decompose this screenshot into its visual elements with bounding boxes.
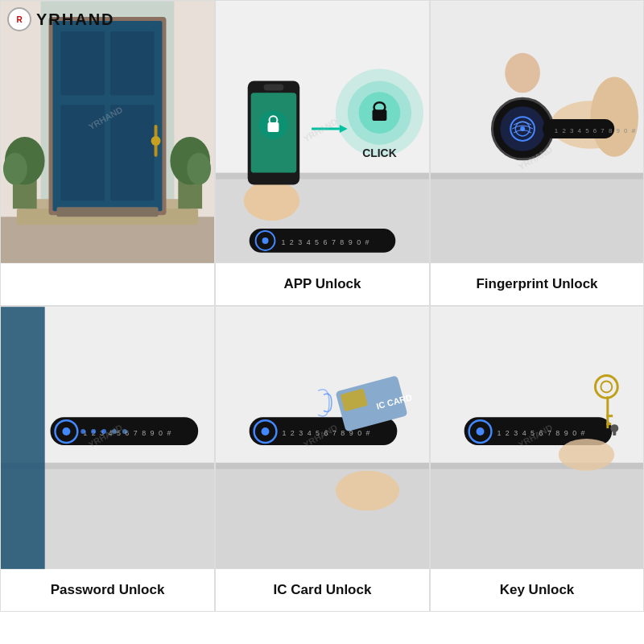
fingerprint-unlock-text: Fingerprint Unlock [476, 276, 597, 292]
svg-text:1 2 3 4 5 6 7 8 9 0 #: 1 2 3 4 5 6 7 8 9 0 # [555, 127, 637, 134]
svg-point-80 [336, 471, 399, 511]
svg-rect-20 [56, 207, 158, 217]
svg-point-78 [262, 427, 270, 436]
svg-point-25 [244, 181, 299, 221]
brand-name: YRHAND [36, 10, 115, 29]
svg-rect-98 [606, 423, 611, 425]
app-unlock-label: APP Unlock [216, 263, 429, 305]
svg-rect-86 [431, 467, 643, 569]
ic-card-unlock-text: IC Card Unlock [274, 582, 372, 598]
svg-point-48 [590, 77, 638, 157]
svg-point-41 [262, 237, 269, 244]
key-unlock-scene: 1 2 3 4 5 6 7 8 9 0 # YRHAND [431, 307, 643, 569]
fingerprint-unlock-cell: 1 2 3 4 5 6 7 8 9 0 # YRHAND Fingerprint… [430, 0, 644, 306]
svg-rect-8 [60, 31, 105, 95]
app-unlock-scene: CLICK 1 2 3 4 5 6 7 8 9 0 # YRHAND [216, 1, 429, 263]
ic-card-unlock-scene: 1 2 3 4 5 6 7 8 9 0 # IC CARD YRHAND [216, 307, 429, 569]
svg-rect-87 [431, 463, 643, 469]
svg-point-99 [559, 439, 614, 471]
svg-rect-75 [216, 463, 429, 469]
logo-circle: R [7, 7, 31, 31]
svg-point-13 [151, 136, 161, 146]
password-unlock-cell: 1 2 3 4 5 6 7 8 9 0 # YRHAND Password Un… [0, 306, 215, 612]
fingerprint-unlock-label: Fingerprint Unlock [431, 263, 643, 305]
app-unlock-text: APP Unlock [283, 276, 361, 292]
door-scene: YRHAND [1, 1, 214, 263]
svg-point-90 [477, 427, 485, 436]
key-unlock-label: Key Unlock [431, 569, 643, 611]
password-unlock-text: Password Unlock [51, 582, 165, 598]
app-unlock-cell: CLICK 1 2 3 4 5 6 7 8 9 0 # YRHAND APP U… [215, 0, 430, 306]
svg-rect-46 [431, 173, 643, 180]
svg-rect-74 [216, 467, 429, 569]
ic-card-unlock-label: IC Card Unlock [216, 569, 429, 611]
svg-rect-9 [110, 31, 155, 95]
svg-rect-97 [606, 415, 613, 417]
svg-point-65 [62, 427, 70, 436]
svg-text:CLICK: CLICK [362, 147, 396, 159]
password-unlock-scene: 1 2 3 4 5 6 7 8 9 0 # YRHAND [1, 307, 214, 569]
svg-rect-93 [613, 429, 616, 436]
door-scene-cell: YRHAND R YRHAND [0, 0, 215, 306]
key-unlock-cell: 1 2 3 4 5 6 7 8 9 0 # YRHAND Key Unlock [430, 306, 644, 612]
svg-point-68 [91, 429, 96, 434]
svg-rect-28 [264, 84, 284, 90]
svg-rect-62 [1, 307, 45, 569]
ic-card-unlock-cell: 1 2 3 4 5 6 7 8 9 0 # IC CARD YRHAND IC … [215, 306, 430, 612]
svg-point-49 [505, 53, 540, 93]
svg-point-16 [3, 153, 27, 185]
svg-rect-11 [110, 105, 155, 200]
fingerprint-unlock-scene: 1 2 3 4 5 6 7 8 9 0 # YRHAND [431, 1, 643, 263]
svg-text:1 2 3 4 5 6 7 8 9 0 #: 1 2 3 4 5 6 7 8 9 0 # [281, 238, 370, 246]
password-unlock-label: Password Unlock [1, 569, 214, 611]
key-unlock-text: Key Unlock [500, 582, 575, 598]
svg-rect-45 [431, 177, 643, 263]
svg-point-19 [187, 153, 211, 185]
svg-point-67 [80, 429, 85, 434]
